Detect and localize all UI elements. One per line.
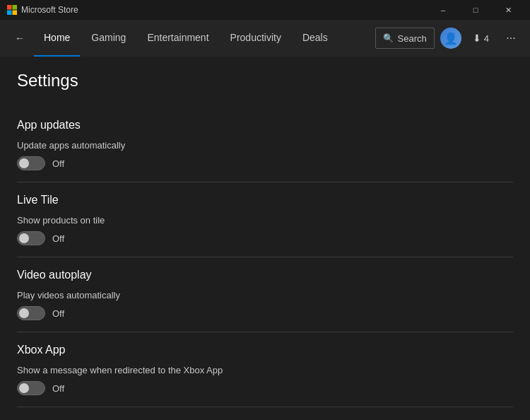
toggle-play-videos[interactable] — [17, 306, 45, 320]
avatar[interactable]: 👤 — [440, 28, 461, 49]
toggle-show-products[interactable] — [17, 231, 45, 245]
setting-label-play-videos: Play videos automatically — [17, 290, 513, 301]
toggle-label-show-products: Off — [52, 233, 64, 244]
setting-xbox-message: Show a message when redirected to the Xb… — [17, 365, 513, 395]
nav-right: 🔍 Search 👤 ⬇ 4 ··· — [375, 28, 522, 49]
setting-show-products: Show products on tile Off — [17, 215, 513, 245]
section-offline-permissions: Offline Permissions — [17, 407, 513, 420]
nav-tab-deals[interactable]: Deals — [293, 20, 338, 57]
toggle-label-xbox-message: Off — [52, 383, 64, 394]
section-title-live-tile: Live Tile — [17, 182, 513, 206]
main-content: Settings App updates Update apps automat… — [0, 57, 530, 420]
search-icon: 🔍 — [383, 33, 394, 43]
app-icon — [7, 5, 17, 15]
nav-tab-gaming[interactable]: Gaming — [81, 20, 136, 57]
section-title-video-autoplay: Video autoplay — [17, 257, 513, 281]
downloads-count: 4 — [484, 33, 489, 44]
svg-rect-1 — [13, 5, 18, 10]
setting-label-xbox-message: Show a message when redirected to the Xb… — [17, 365, 513, 375]
minimize-button[interactable]: – — [427, 0, 459, 20]
section-app-updates: App updates Update apps automatically Of… — [17, 107, 513, 182]
more-icon: ··· — [506, 32, 515, 45]
toggle-row-auto-update: Off — [17, 156, 513, 170]
svg-rect-0 — [7, 5, 12, 10]
svg-rect-3 — [13, 11, 18, 16]
nav-tab-entertainment[interactable]: Entertainment — [137, 20, 218, 57]
search-label: Search — [398, 33, 427, 44]
toggle-row-show-products: Off — [17, 231, 513, 245]
avatar-icon: 👤 — [444, 32, 458, 45]
downloads-button[interactable]: ⬇ 4 — [467, 30, 495, 47]
setting-label-auto-update: Update apps automatically — [17, 140, 513, 151]
page-title: Settings — [17, 71, 513, 91]
nav-bar: ← Home Gaming Entertainment Productivity… — [0, 20, 530, 57]
section-title-app-updates: App updates — [17, 107, 513, 132]
section-video-autoplay: Video autoplay Play videos automatically… — [17, 257, 513, 332]
title-bar: Microsoft Store – □ ✕ — [0, 0, 530, 20]
title-bar-left: Microsoft Store — [7, 5, 78, 15]
toggle-xbox-message[interactable] — [17, 381, 45, 395]
toggle-row-play-videos: Off — [17, 306, 513, 320]
nav-tab-productivity[interactable]: Productivity — [220, 20, 291, 57]
toggle-label-auto-update: Off — [52, 158, 64, 169]
nav-tab-home[interactable]: Home — [34, 20, 80, 57]
search-button[interactable]: 🔍 Search — [375, 28, 435, 49]
title-bar-controls: – □ ✕ — [427, 0, 524, 20]
app-title: Microsoft Store — [21, 5, 78, 15]
section-xbox-app: Xbox App Show a message when redirected … — [17, 332, 513, 407]
section-title-xbox-app: Xbox App — [17, 332, 513, 356]
setting-play-videos: Play videos automatically Off — [17, 290, 513, 320]
setting-auto-update: Update apps automatically Off — [17, 140, 513, 170]
more-button[interactable]: ··· — [500, 28, 522, 49]
back-button[interactable]: ← — [8, 27, 31, 49]
close-button[interactable]: ✕ — [492, 0, 524, 20]
download-icon: ⬇ — [473, 33, 481, 44]
svg-rect-2 — [7, 11, 12, 16]
nav-tabs: Home Gaming Entertainment Productivity D… — [34, 20, 372, 57]
section-live-tile: Live Tile Show products on tile Off — [17, 182, 513, 257]
maximize-button[interactable]: □ — [459, 0, 492, 20]
toggle-auto-update[interactable] — [17, 156, 45, 170]
toggle-label-play-videos: Off — [52, 308, 64, 319]
setting-label-show-products: Show products on tile — [17, 215, 513, 226]
toggle-row-xbox-message: Off — [17, 381, 513, 395]
section-title-offline-permissions: Offline Permissions — [17, 407, 513, 420]
